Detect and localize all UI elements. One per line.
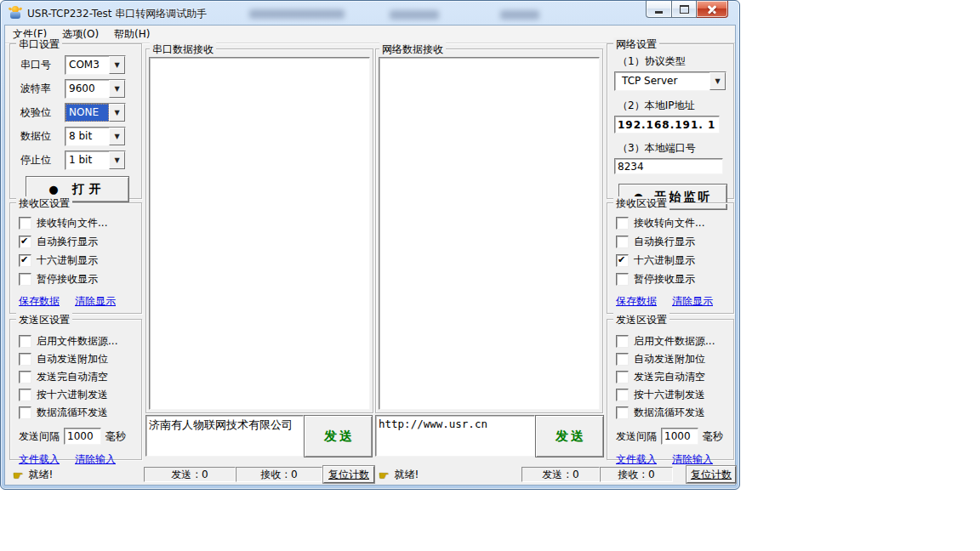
checkbox-label: 数据流循环发送 — [37, 406, 108, 420]
clear-display-link[interactable]: 清除显示 — [75, 294, 116, 309]
hex-display-checkbox[interactable] — [19, 254, 31, 267]
loop-send-checkbox[interactable] — [19, 406, 31, 419]
stop-bits-select[interactable]: 1 bit ▼ — [65, 151, 126, 170]
clear-after-send-checkbox[interactable] — [19, 371, 31, 383]
menu-options[interactable]: 选项(O) — [54, 26, 106, 43]
com-port-select[interactable]: COM3 ▼ — [65, 55, 126, 75]
parity-select[interactable]: NONE ▼ — [65, 103, 126, 122]
status-message: 就绪! — [395, 468, 419, 482]
network-send-button[interactable]: 发送 — [535, 415, 604, 457]
checkbox-row: 启用文件数据源... — [616, 334, 730, 349]
local-port-input[interactable] — [614, 158, 723, 174]
baud-rate-select[interactable]: 9600 ▼ — [65, 79, 126, 99]
clear-display-link[interactable]: 清除显示 — [672, 294, 713, 309]
chevron-down-icon[interactable]: ▼ — [109, 151, 125, 169]
blurred-watermark — [500, 10, 539, 20]
checkbox-row: 接收转向文件... — [19, 216, 138, 230]
group-title: 发送区设置 — [16, 313, 72, 327]
serial-settings-group: 串口设置 串口号 COM3 ▼ 波特率 9600 ▼ — [9, 43, 142, 199]
group-title: 网络数据接收 — [379, 43, 446, 57]
network-send-input[interactable]: http://www.usr.cn — [375, 415, 535, 457]
data-bits-value: 8 bit — [66, 128, 109, 145]
protocol-type-value: TCP Server — [615, 72, 709, 90]
auto-wrap-checkbox[interactable] — [616, 236, 629, 248]
send-as-hex-checkbox[interactable] — [19, 389, 31, 401]
pointing-hand-icon: ☛ — [13, 469, 24, 482]
group-title: 网络设置 — [613, 37, 659, 52]
reset-count-button[interactable]: 复位计数 — [323, 466, 374, 483]
group-title: 接收区设置 — [16, 196, 72, 211]
checkbox-label: 启用文件数据源... — [37, 334, 117, 349]
checkbox-row: 自动发送附加位 — [19, 352, 138, 366]
chevron-down-icon[interactable]: ▼ — [109, 104, 125, 122]
network-receive-settings-group: 接收区设置 接收转向文件... 自动换行显示 十六进制显示 暂停接收显示 — [607, 202, 734, 314]
network-data-receive-group: 网络数据接收 — [375, 48, 603, 413]
checkbox-row: 十六进制显示 — [19, 253, 138, 268]
serial-send-button[interactable]: 发送 — [304, 415, 373, 457]
protocol-type-label: （1）协议类型 — [618, 54, 733, 69]
checkbox-label: 自动发送附加位 — [634, 352, 705, 366]
serial-receive-area[interactable] — [149, 57, 370, 410]
checkbox-label: 自动发送附加位 — [37, 352, 108, 366]
rx-counter: 接收 : 0 — [236, 467, 322, 482]
pointing-hand-icon: ☛ — [379, 469, 390, 482]
stop-bits-label: 停止位 — [20, 153, 65, 168]
send-as-hex-checkbox[interactable] — [616, 389, 629, 401]
checkbox-row: 数据流循环发送 — [19, 406, 138, 420]
save-data-link[interactable]: 保存数据 — [616, 294, 657, 309]
pause-receive-checkbox[interactable] — [19, 273, 31, 286]
reset-count-button[interactable]: 复位计数 — [687, 466, 736, 483]
network-send-settings-group: 发送区设置 启用文件数据源... 自动发送附加位 发送完自动清空 按十六进制发送 — [607, 319, 734, 460]
window-title: USR-TCP232-Test 串口转网络调试助手 — [27, 7, 207, 21]
checkbox-row: 十六进制显示 — [616, 253, 730, 268]
minimize-icon — [655, 11, 663, 14]
parity-label: 校验位 — [20, 105, 65, 120]
data-bits-select[interactable]: 8 bit ▼ — [65, 127, 126, 146]
auto-send-append-checkbox[interactable] — [616, 353, 629, 366]
auto-wrap-checkbox[interactable] — [19, 236, 31, 248]
checkbox-label: 暂停接收显示 — [634, 272, 695, 287]
minimize-button[interactable] — [646, 1, 672, 18]
receive-to-file-checkbox[interactable] — [19, 217, 31, 230]
send-interval-unit: 毫秒 — [105, 429, 126, 444]
send-interval-label: 发送间隔 — [616, 429, 657, 444]
hex-display-checkbox[interactable] — [616, 254, 629, 267]
menu-help[interactable]: 帮助(H) — [106, 26, 157, 43]
pause-receive-checkbox[interactable] — [616, 273, 629, 286]
blurred-watermark — [390, 10, 439, 20]
send-interval-unit: 毫秒 — [703, 429, 723, 444]
chevron-down-icon[interactable]: ▼ — [709, 72, 726, 90]
title-bar[interactable]: USR-TCP232-Test 串口转网络调试助手 — [1, 1, 739, 25]
network-send-label: 发送 — [553, 429, 586, 445]
send-interval-input[interactable] — [64, 428, 101, 445]
checkbox-label: 十六进制显示 — [634, 253, 695, 268]
group-title: 接收区设置 — [613, 196, 669, 211]
maximize-button[interactable] — [672, 1, 697, 18]
auto-send-append-checkbox[interactable] — [19, 353, 31, 366]
loop-send-checkbox[interactable] — [616, 406, 629, 419]
receive-to-file-checkbox[interactable] — [616, 217, 629, 230]
clear-after-send-checkbox[interactable] — [616, 371, 629, 383]
file-data-source-checkbox[interactable] — [19, 335, 31, 348]
chevron-down-icon[interactable]: ▼ — [109, 56, 125, 74]
chevron-down-icon[interactable]: ▼ — [109, 128, 125, 145]
checkbox-row: 按十六进制发送 — [616, 388, 730, 402]
file-data-source-checkbox[interactable] — [616, 335, 629, 348]
checkbox-label: 启用文件数据源... — [634, 334, 715, 349]
checkbox-label: 接收转向文件... — [37, 216, 107, 230]
record-dot-icon: ● — [48, 183, 58, 196]
checkbox-label: 暂停接收显示 — [37, 272, 98, 287]
local-ip-input[interactable] — [614, 116, 720, 133]
serial-send-input[interactable]: 济南有人物联网技术有限公司 — [145, 415, 304, 457]
network-receive-area[interactable] — [379, 57, 600, 410]
checkbox-row: 暂停接收显示 — [616, 272, 730, 287]
window-controls — [646, 1, 728, 18]
blurred-watermark — [249, 9, 345, 19]
network-status-bar: ☛ 就绪! 发送 : 0 接收 : 0 复位计数 — [375, 465, 736, 484]
send-interval-input[interactable] — [661, 428, 698, 445]
save-data-link[interactable]: 保存数据 — [19, 294, 60, 309]
protocol-type-select[interactable]: TCP Server ▼ — [614, 71, 726, 91]
close-button[interactable] — [697, 1, 728, 18]
chevron-down-icon[interactable]: ▼ — [109, 80, 125, 98]
checkbox-row: 发送完自动清空 — [19, 370, 138, 384]
